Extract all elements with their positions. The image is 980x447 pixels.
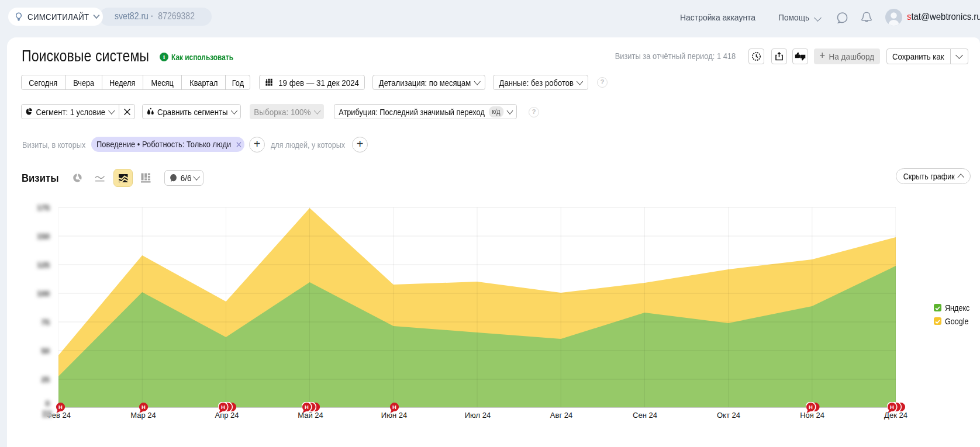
svg-text:Н: Н	[142, 403, 146, 410]
svg-text:Н: Н	[58, 403, 63, 410]
svg-text:Н: Н	[890, 403, 894, 410]
svg-text:Н: Н	[392, 403, 396, 410]
svg-text:Н: Н	[809, 403, 813, 410]
svg-text:Н: Н	[305, 403, 309, 410]
svg-text:Н: Н	[221, 403, 225, 410]
